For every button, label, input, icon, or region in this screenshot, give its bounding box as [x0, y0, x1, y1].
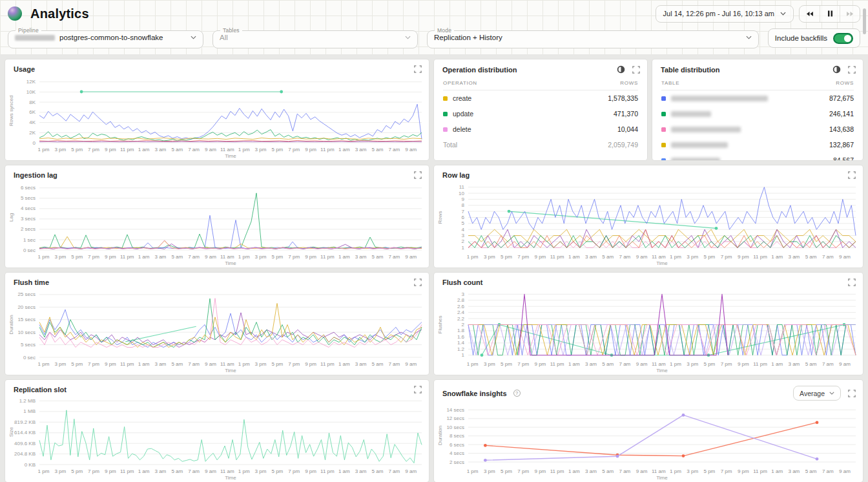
column-header: ROWS — [836, 80, 854, 86]
row-label-text: delete — [453, 125, 471, 133]
svg-text:3 pm: 3 pm — [54, 361, 66, 367]
redacted-pipeline-prefix — [15, 35, 55, 41]
row-value: 1,578,335 — [608, 94, 638, 102]
table-row: 872,675 — [661, 90, 854, 106]
svg-text:11 pm: 11 pm — [753, 254, 767, 260]
expand-icon[interactable] — [414, 65, 422, 73]
row-lag-chart[interactable]: 12345678910111 pm3 pm5 pm7 pm9 pm11 pm1 … — [436, 180, 861, 267]
svg-text:7 am: 7 am — [188, 147, 200, 152]
svg-text:25 secs: 25 secs — [17, 291, 36, 297]
mode-select[interactable]: Mode Replication + History — [427, 27, 759, 48]
expand-icon[interactable] — [414, 386, 422, 393]
tables-select[interactable]: Tables All — [212, 27, 418, 48]
svg-text:9 am: 9 am — [405, 361, 417, 367]
svg-text:11 am: 11 am — [220, 468, 234, 474]
svg-text:5 pm: 5 pm — [501, 468, 512, 474]
expand-icon[interactable] — [848, 278, 856, 286]
svg-text:1 pm: 1 pm — [38, 361, 50, 367]
svg-text:3 pm: 3 pm — [484, 254, 495, 260]
svg-text:1 MB: 1 MB — [23, 408, 36, 414]
svg-text:614.4 KB: 614.4 KB — [14, 430, 36, 435]
svg-text:1 sec: 1 sec — [23, 237, 36, 243]
chevron-down-icon — [746, 36, 752, 39]
chart-canvas: 2 secs4 secs6 secs8 secs10 secs12 secs14… — [436, 402, 861, 481]
replication-slot-chart[interactable]: 0 KB204.8 KB409.6 KB614.4 KB819.2 KB1 MB… — [7, 395, 427, 482]
column-header: ROWS — [620, 80, 638, 86]
svg-text:4 secs: 4 secs — [450, 450, 464, 456]
table-row: 84,567 — [661, 152, 854, 160]
usage-chart[interactable]: 02K4K6K8K10K12K1 pm3 pm5 pm7 pm9 pm11 pm… — [7, 74, 427, 160]
rewind-button[interactable] — [800, 6, 820, 22]
svg-text:Flushes: Flushes — [437, 315, 443, 333]
svg-text:5 am: 5 am — [372, 147, 384, 152]
include-backfills-control: Include backfills — [768, 28, 860, 48]
row-label: Total — [443, 141, 457, 149]
svg-text:1 pm: 1 pm — [238, 147, 250, 152]
row-label — [661, 127, 741, 132]
svg-text:7 pm: 7 pm — [517, 254, 529, 260]
svg-text:Time: Time — [656, 368, 668, 373]
svg-text:11 pm: 11 pm — [120, 254, 134, 260]
svg-text:1: 1 — [462, 352, 465, 358]
svg-text:Time: Time — [225, 475, 236, 481]
svg-text:5 pm: 5 pm — [71, 147, 83, 152]
svg-text:7 am: 7 am — [388, 147, 400, 152]
redacted-table-name — [671, 111, 711, 117]
svg-text:9 pm: 9 pm — [738, 361, 749, 367]
expand-icon[interactable] — [414, 171, 422, 179]
svg-text:1 pm: 1 pm — [467, 254, 479, 260]
row-value: 10,044 — [617, 125, 638, 133]
svg-text:1 pm: 1 pm — [670, 254, 681, 260]
svg-text:1 am: 1 am — [138, 468, 150, 474]
svg-text:1.2: 1.2 — [457, 346, 465, 352]
svg-text:3 secs: 3 secs — [21, 216, 36, 222]
svg-text:6 secs: 6 secs — [21, 185, 36, 191]
svg-text:5 pm: 5 pm — [272, 147, 284, 152]
pie-chart-toggle-icon[interactable] — [832, 65, 841, 74]
svg-text:7 pm: 7 pm — [517, 468, 529, 474]
expand-icon[interactable] — [414, 278, 422, 286]
chart-canvas: 0 sec1 sec2 secs3 secs4 secs5 secs6 secs… — [7, 180, 427, 267]
snowflake-insights-chart[interactable]: 2 secs4 secs6 secs8 secs10 secs12 secs14… — [436, 402, 861, 482]
svg-text:1 pm: 1 pm — [670, 361, 681, 367]
chart-canvas: 0 KB204.8 KB409.6 KB614.4 KB819.2 KB1 MB… — [7, 395, 427, 481]
svg-text:12K: 12K — [26, 79, 36, 85]
svg-text:11 am: 11 am — [220, 254, 234, 260]
svg-text:5 pm: 5 pm — [71, 254, 83, 260]
operation-distribution-table: OPERATIONROWScreate1,578,335update471,37… — [434, 75, 647, 160]
row-label-text: create — [453, 94, 471, 102]
expand-icon[interactable] — [848, 390, 856, 397]
svg-text:6: 6 — [462, 215, 465, 220]
pipeline-select[interactable]: Pipeline postgres-common-to-snowflake — [8, 27, 203, 48]
flush-time-chart[interactable]: 0 sec5 secs10 secs15 secs20 secs25 secs1… — [7, 288, 427, 375]
svg-text:5 am: 5 am — [372, 254, 384, 260]
svg-text:1 am: 1 am — [338, 254, 350, 260]
flush-count-chart[interactable]: 11.21.41.61.822.22.42.62.831 pm3 pm5 pm7… — [436, 288, 861, 375]
aggregation-select[interactable]: Average — [793, 386, 841, 401]
table-distribution-card: Table distribution TABLEROWS872,675246,1… — [652, 59, 863, 160]
fast-forward-button[interactable] — [840, 6, 860, 22]
date-range-picker[interactable]: Jul 14, 12:26 pm - Jul 16, 10:13 am — [656, 5, 794, 23]
help-icon[interactable]: ? — [513, 390, 521, 397]
include-backfills-toggle[interactable] — [833, 33, 853, 44]
svg-text:15 secs: 15 secs — [17, 317, 36, 322]
row-value: 143,638 — [829, 125, 854, 133]
table-row: 132,867 — [661, 137, 854, 152]
svg-text:9 am: 9 am — [839, 468, 851, 474]
expand-icon[interactable] — [848, 66, 856, 74]
svg-text:Rows: Rows — [437, 211, 443, 224]
row-value: 246,141 — [829, 110, 854, 118]
svg-text:3 am: 3 am — [155, 361, 167, 367]
card-title: Replication slot — [14, 386, 67, 393]
svg-text:3 pm: 3 pm — [484, 468, 495, 474]
chart-canvas: 11.21.41.61.822.22.42.62.831 pm3 pm5 pm7… — [436, 288, 861, 374]
expand-icon[interactable] — [848, 171, 856, 179]
pie-chart-toggle-icon[interactable] — [617, 65, 625, 74]
svg-text:9 am: 9 am — [405, 254, 417, 260]
pause-button[interactable] — [820, 6, 840, 22]
expand-icon[interactable] — [632, 66, 640, 74]
row-label: update — [443, 110, 473, 118]
ingestion-lag-chart[interactable]: 0 sec1 sec2 secs3 secs4 secs5 secs6 secs… — [7, 180, 427, 267]
svg-text:7 pm: 7 pm — [721, 361, 732, 367]
card-title: Row lag — [442, 171, 470, 179]
